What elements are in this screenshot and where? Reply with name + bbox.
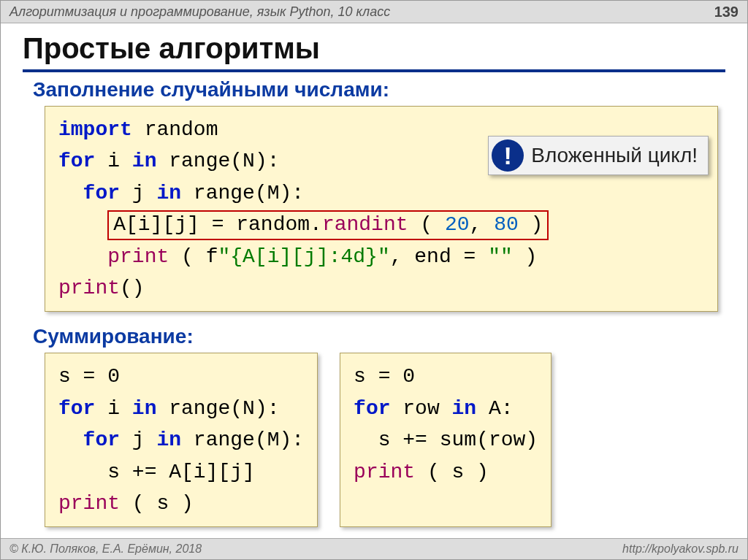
code-block-fill: ! Вложенный цикл! import random for i in… — [45, 106, 718, 312]
section-sum-label: Суммирование: — [33, 325, 725, 348]
code-sum-rows: s = 0 for row in A: s += sum(row) print … — [354, 361, 538, 488]
slide: Алгоритмизация и программирование, язык … — [0, 0, 748, 560]
section-fill-label: Заполнение случайными числами: — [33, 78, 725, 101]
footer-bar: © К.Ю. Поляков, Е.А. Ерёмин, 2018 http:/… — [1, 538, 747, 559]
code-block-sum-rows: s = 0 for row in A: s += sum(row) print … — [340, 353, 552, 527]
page-title: Простые алгоритмы — [23, 32, 725, 72]
callout-text: Вложенный цикл! — [531, 144, 698, 167]
footer-copyright: © К.Ю. Поляков, Е.А. Ерёмин, 2018 — [9, 542, 202, 556]
header-bar: Алгоритмизация и программирование, язык … — [1, 1, 747, 23]
page-number: 139 — [714, 4, 739, 20]
course-title: Алгоритмизация и программирование, язык … — [9, 4, 390, 20]
callout-nested-loop: ! Вложенный цикл! — [488, 136, 709, 175]
code-sum-nested: s = 0 for i in range(N): for j in range(… — [58, 361, 304, 519]
sum-row: s = 0 for i in range(N): for j in range(… — [45, 353, 718, 527]
exclamation-icon: ! — [492, 139, 524, 172]
code-block-sum-nested: s = 0 for i in range(N): for j in range(… — [45, 353, 318, 527]
footer-url: http://kpolyakov.spb.ru — [622, 542, 739, 556]
content-area: Простые алгоритмы Заполнение случайными … — [1, 23, 747, 527]
